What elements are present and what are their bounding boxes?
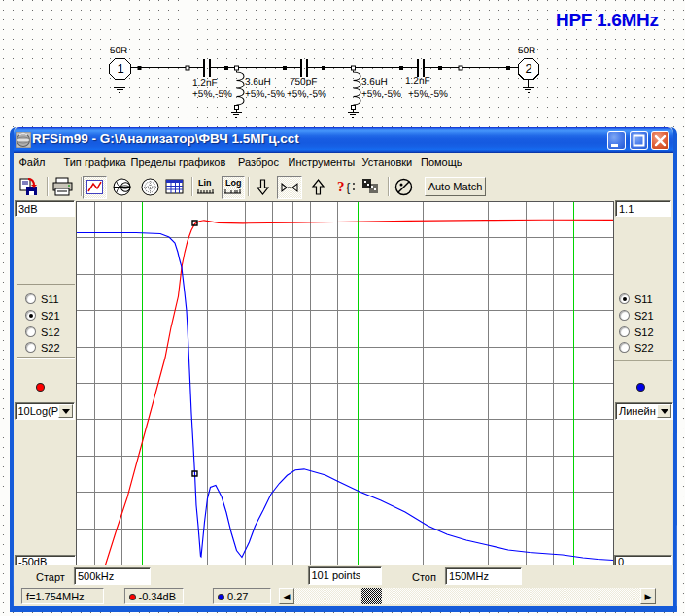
svg-text:3.6uH: 3.6uH [245, 77, 271, 87]
svg-text:50R: 50R [518, 46, 535, 56]
svg-text:50R: 50R [110, 46, 127, 56]
svg-text:Log: Log [225, 178, 242, 188]
svg-text:2: 2 [525, 61, 531, 76]
svg-text:+5%,-5%: +5%,-5% [408, 89, 448, 100]
svg-text:1.2nF: 1.2nF [192, 78, 218, 88]
svg-text:+5%,-5%: +5%,-5% [361, 89, 401, 100]
svg-text:750pF: 750pF [290, 77, 317, 87]
svg-text:?: ? [337, 179, 345, 194]
svg-text:+5%,-5%: +5%,-5% [287, 89, 326, 100]
svg-text:+5%,-5%: +5%,-5% [192, 89, 232, 100]
svg-text:Lin: Lin [198, 178, 212, 188]
svg-text:3.6uH: 3.6uH [361, 77, 388, 87]
svg-text:{: { [346, 180, 351, 194]
svg-text:1.2nF: 1.2nF [405, 76, 430, 86]
svg-text:1: 1 [117, 61, 123, 76]
svg-text:+5%,-5%: +5%,-5% [245, 89, 285, 100]
